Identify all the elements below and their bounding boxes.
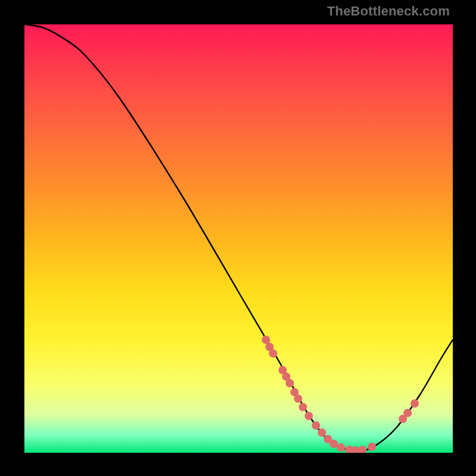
heat-gradient-background — [24, 24, 453, 453]
chart-frame: TheBottleneck.com — [0, 0, 476, 476]
plot-area — [24, 24, 453, 453]
watermark-text: TheBottleneck.com — [327, 4, 450, 19]
